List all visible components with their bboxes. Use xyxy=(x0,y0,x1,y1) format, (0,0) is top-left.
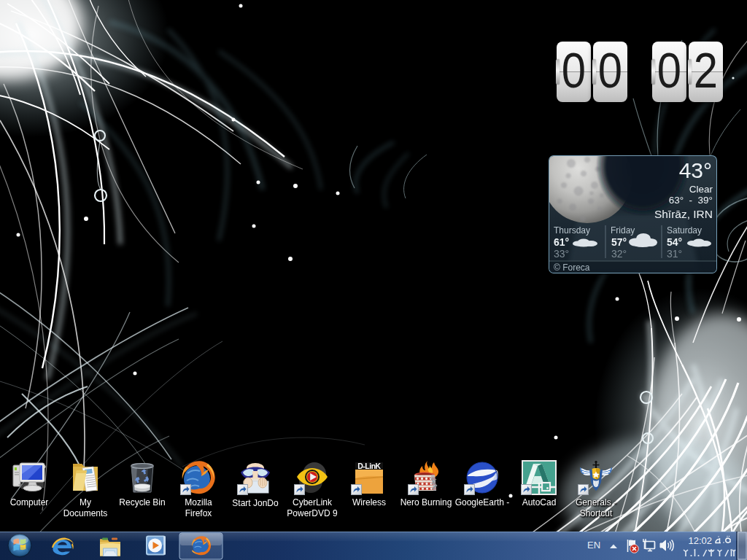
svg-text:D-LinK: D-LinK xyxy=(357,462,381,470)
svg-text:EN: EN xyxy=(587,540,600,551)
svg-text:12:02: 12:02 xyxy=(688,535,712,546)
